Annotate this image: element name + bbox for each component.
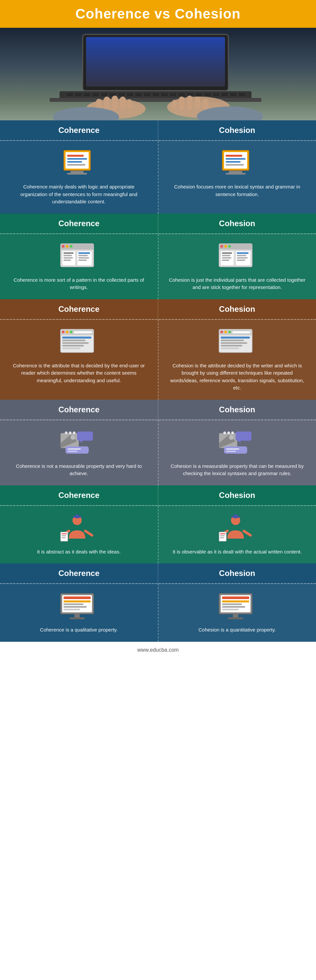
section-left-label-1: Coherence — [58, 126, 99, 135]
svg-rect-96 — [62, 347, 80, 349]
svg-rect-135 — [62, 535, 66, 536]
content-text-right-5: It is observable as it is dealt with the… — [173, 548, 302, 556]
svg-rect-117 — [67, 448, 81, 450]
svg-rect-46 — [70, 171, 84, 173]
section-header-3: Coherence Cohesion — [0, 299, 316, 319]
svg-rect-13 — [135, 92, 142, 97]
section-header-right-5: Cohesion — [158, 485, 316, 505]
svg-rect-116 — [65, 446, 89, 453]
svg-rect-125 — [227, 431, 230, 434]
svg-rect-165 — [228, 617, 243, 619]
content-cell-left-5: It is abstract as it deals with the idea… — [0, 506, 158, 564]
svg-rect-114 — [69, 431, 72, 434]
content-cell-right-1: Cohesion focuses more on lexical syntax … — [158, 141, 316, 213]
svg-rect-164 — [233, 614, 238, 617]
svg-rect-127 — [224, 446, 247, 453]
content-cell-right-2: Cohesion is just the individual parts th… — [158, 234, 316, 299]
content-text-right-6: Cohesion is a quantitative property. — [198, 626, 276, 634]
svg-rect-59 — [66, 245, 69, 248]
svg-rect-64 — [64, 257, 73, 259]
icon-left-2 — [59, 242, 99, 272]
svg-rect-55 — [226, 173, 246, 175]
svg-rect-79 — [222, 257, 231, 259]
svg-rect-84 — [237, 257, 247, 259]
svg-rect-8 — [92, 92, 99, 97]
svg-rect-93 — [62, 340, 85, 341]
svg-rect-75 — [228, 245, 231, 248]
content-cell-right-6: Cohesion is a quantitative property. — [158, 584, 316, 642]
svg-rect-22 — [212, 92, 220, 97]
hero-keyboard-bg — [0, 28, 316, 120]
content-text-left-5: It is abstract as it deals with the idea… — [37, 548, 121, 556]
svg-rect-37 — [172, 100, 177, 109]
icon-left-4 — [59, 428, 99, 458]
svg-rect-145 — [220, 537, 224, 538]
content-row-5: It is abstract as it deals with the idea… — [0, 505, 316, 564]
content-row-1: Coherence mainly deals with logic and ap… — [0, 140, 316, 213]
svg-rect-118 — [67, 451, 77, 452]
svg-rect-32 — [127, 99, 132, 109]
icon-right-6 — [217, 592, 257, 622]
content-text-left-6: Coherence is a qualitative property. — [40, 626, 118, 634]
section-header-6: Coherence Cohesion — [0, 563, 316, 583]
svg-rect-67 — [78, 252, 90, 254]
svg-rect-115 — [73, 431, 75, 434]
section-left-label-5: Coherence — [58, 491, 99, 500]
svg-rect-35 — [195, 97, 201, 110]
svg-rect-94 — [62, 342, 89, 344]
svg-rect-90 — [70, 331, 72, 333]
section-header-left-3: Coherence — [0, 299, 158, 319]
svg-rect-128 — [226, 448, 239, 450]
section-left-label-6: Coherence — [58, 569, 99, 578]
svg-rect-107 — [221, 347, 239, 349]
svg-rect-159 — [222, 597, 249, 599]
svg-rect-47 — [67, 173, 87, 175]
svg-rect-101 — [228, 331, 231, 333]
section-header-2: Coherence Cohesion — [0, 213, 316, 234]
svg-rect-70 — [78, 259, 87, 261]
content-cell-left-4: Coherence is not a measurable property a… — [0, 420, 158, 485]
svg-rect-99 — [220, 331, 223, 333]
svg-rect-63 — [64, 255, 72, 256]
svg-rect-31 — [120, 97, 126, 110]
svg-rect-126 — [231, 431, 234, 434]
comparison-section-1: Coherence Cohesion Coherence mainly deal… — [0, 120, 316, 213]
svg-rect-23 — [221, 92, 228, 97]
svg-rect-152 — [64, 603, 83, 605]
section-right-label-3: Cohesion — [219, 304, 255, 313]
svg-rect-15 — [152, 92, 160, 97]
svg-marker-112 — [80, 441, 82, 443]
svg-rect-69 — [78, 257, 89, 259]
svg-rect-154 — [64, 609, 80, 610]
section-header-right-3: Cohesion — [158, 299, 316, 319]
svg-rect-17 — [169, 92, 177, 97]
content-text-right-4: Cohesion is a measurable property that c… — [168, 463, 306, 477]
svg-rect-12 — [126, 92, 134, 97]
svg-rect-33 — [179, 97, 185, 110]
section-right-label-2: Cohesion — [219, 219, 255, 228]
icon-right-3 — [217, 328, 257, 357]
content-text-left-1: Coherence mainly deals with logic and ap… — [10, 183, 148, 206]
svg-rect-43 — [67, 158, 87, 160]
content-cell-right-5: It is observable as it is dealt with the… — [158, 506, 316, 564]
svg-rect-156 — [70, 617, 85, 619]
content-row-4: Coherence is not a measurable property a… — [0, 420, 316, 485]
section-right-label-5: Cohesion — [219, 491, 255, 500]
svg-rect-54 — [229, 171, 242, 173]
svg-rect-103 — [221, 337, 250, 339]
svg-rect-18 — [178, 92, 185, 97]
svg-rect-11 — [118, 92, 125, 97]
svg-rect-65 — [64, 259, 71, 261]
content-cell-right-4: Cohesion is a measurable property that c… — [158, 420, 316, 485]
section-left-label-2: Coherence — [58, 219, 99, 228]
svg-rect-95 — [62, 345, 84, 347]
svg-rect-57 — [61, 244, 94, 250]
svg-rect-9 — [101, 92, 108, 97]
icon-right-4 — [217, 428, 257, 458]
content-cell-right-3: Cohesion is the attribute decided by the… — [158, 320, 316, 400]
content-text-left-2: Coherence is more sort of a pattern in t… — [10, 277, 148, 291]
content-row-6: Coherence is a qualitative property. Coh… — [0, 583, 316, 642]
comparison-section-3: Coherence Cohesion Co — [0, 299, 316, 400]
svg-rect-102 — [232, 331, 251, 333]
svg-rect-153 — [64, 606, 87, 608]
